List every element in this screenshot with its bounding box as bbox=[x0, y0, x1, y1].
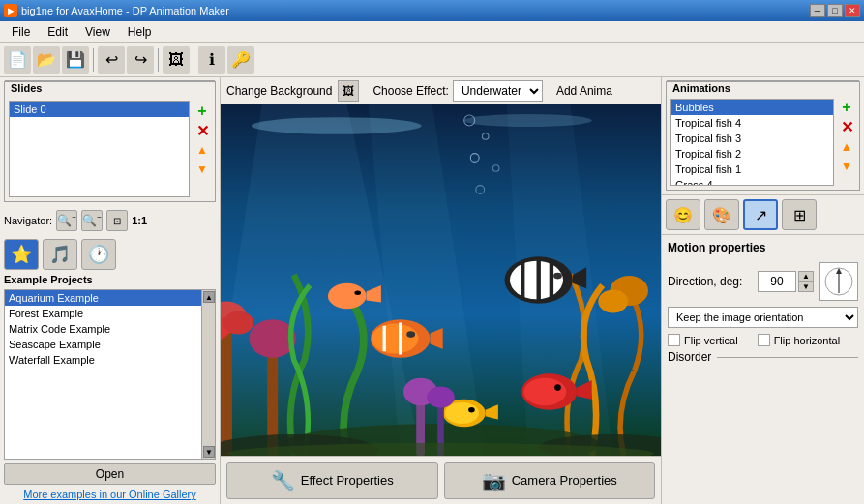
flip-vertical-checkbox[interactable]: Flip vertical bbox=[668, 334, 738, 346]
direction-spinner: ▲ ▼ bbox=[798, 271, 814, 292]
slides-controls: + ✕ ▲ ▼ bbox=[194, 101, 211, 197]
settings-button[interactable]: 🔑 bbox=[227, 46, 254, 74]
flip-vertical-checkbox-box[interactable] bbox=[668, 334, 680, 346]
anim-tab-color[interactable]: 🎨 bbox=[704, 199, 739, 230]
save-button[interactable]: 💾 bbox=[62, 46, 89, 74]
svg-point-36 bbox=[468, 407, 475, 413]
close-button[interactable]: ✕ bbox=[845, 4, 860, 17]
effect-properties-button[interactable]: 🔧 Effect Properties bbox=[226, 462, 438, 499]
motion-section: Motion properties Direction, deg: 90 ▲ ▼ bbox=[662, 235, 864, 504]
anim-item-grass4[interactable]: Grass 4 bbox=[671, 177, 833, 186]
redo-button[interactable]: ↪ bbox=[127, 46, 154, 74]
effect-properties-label: Effect Properties bbox=[301, 473, 394, 488]
examples-list[interactable]: Aquarium Example Forest Example Matrix C… bbox=[5, 290, 201, 459]
flip-horizontal-checkbox[interactable]: Flip horizontal bbox=[758, 334, 840, 346]
examples-section: Example Projects Aquarium Example Forest… bbox=[4, 274, 216, 500]
window-title: big1ne for AvaxHome - DP Animation Maker bbox=[21, 5, 229, 16]
direction-icon bbox=[819, 262, 858, 301]
examples-title: Example Projects bbox=[4, 274, 216, 285]
example-forest[interactable]: Forest Example bbox=[5, 306, 201, 321]
animations-list[interactable]: Bubbles Tropical fish 4 Tropical fish 3 … bbox=[670, 99, 834, 186]
open-button[interactable]: 📂 bbox=[33, 46, 60, 74]
anim-tab-motion[interactable]: ↗ bbox=[743, 199, 778, 230]
info-button[interactable]: ℹ bbox=[198, 46, 225, 74]
undo-button[interactable]: ↩ bbox=[98, 46, 125, 74]
navigator-row: Navigator: 🔍+ 🔍− ⊡ 1:1 bbox=[4, 210, 216, 231]
new-button[interactable]: 📄 bbox=[4, 46, 31, 74]
menu-view[interactable]: View bbox=[77, 23, 118, 41]
spin-down-button[interactable]: ▼ bbox=[798, 282, 814, 292]
slide-item-0[interactable]: Slide 0 bbox=[10, 102, 189, 117]
export-button[interactable]: 🖼 bbox=[163, 46, 190, 74]
add-animation-ctrl-button[interactable]: + bbox=[838, 99, 855, 116]
direction-value[interactable]: 90 bbox=[758, 271, 796, 292]
spin-up-button[interactable]: ▲ bbox=[798, 271, 814, 282]
tab-music[interactable]: 🎵 bbox=[43, 239, 77, 270]
add-animation-button[interactable]: Add Anima bbox=[556, 84, 612, 98]
menu-edit[interactable]: Edit bbox=[40, 23, 75, 41]
camera-icon: 📷 bbox=[482, 469, 506, 492]
camera-properties-button[interactable]: 📷 Camera Properties bbox=[444, 462, 656, 499]
svg-marker-53 bbox=[836, 268, 842, 274]
flip-vertical-label: Flip vertical bbox=[684, 335, 738, 346]
menu-bar: File Edit View Help bbox=[0, 21, 864, 43]
anim-item-fish1[interactable]: Tropical fish 1 bbox=[671, 162, 833, 177]
scroll-down-button[interactable]: ▼ bbox=[203, 446, 215, 458]
gallery-link[interactable]: More examples in our Online Gallery bbox=[4, 489, 216, 500]
disorder-label: Disorder bbox=[668, 350, 711, 364]
change-background-label: Change Background bbox=[226, 84, 332, 98]
examples-list-container: Aquarium Example Forest Example Matrix C… bbox=[4, 289, 216, 460]
motion-title: Motion properties bbox=[668, 241, 858, 254]
maximize-button[interactable]: □ bbox=[827, 4, 843, 17]
remove-animation-button[interactable]: ✕ bbox=[838, 118, 855, 135]
zoom-out-button[interactable]: 🔍− bbox=[81, 210, 103, 231]
scroll-up-button[interactable]: ▲ bbox=[203, 291, 215, 303]
change-background-button[interactable]: 🖼 bbox=[338, 80, 359, 102]
disorder-row: Disorder bbox=[668, 350, 858, 364]
main-content: Slides Slide 0 + ✕ ▲ ▼ Navigator: 🔍+ 🔍− … bbox=[0, 77, 864, 504]
tabs-row: ⭐ 🎵 🕐 bbox=[4, 239, 216, 270]
add-slide-button[interactable]: + bbox=[194, 103, 211, 120]
example-aquarium[interactable]: Aquarium Example bbox=[5, 290, 201, 306]
menu-help[interactable]: Help bbox=[120, 23, 160, 41]
anim-item-fish4[interactable]: Tropical fish 4 bbox=[671, 115, 833, 131]
camera-properties-label: Camera Properties bbox=[512, 473, 617, 488]
main-toolbar: 📄 📂 💾 ↩ ↪ 🖼 ℹ 🔑 bbox=[0, 43, 864, 77]
move-animation-up-button[interactable]: ▲ bbox=[838, 137, 855, 155]
direction-label: Direction, deg: bbox=[668, 275, 752, 288]
animations-section-title: Animations bbox=[672, 82, 730, 94]
slides-section: Slides Slide 0 + ✕ ▲ ▼ bbox=[4, 81, 216, 202]
anim-item-fish3[interactable]: Tropical fish 3 bbox=[671, 131, 833, 146]
anim-tab-emoji[interactable]: 😊 bbox=[666, 199, 700, 230]
tab-star[interactable]: ⭐ bbox=[4, 239, 39, 270]
open-button[interactable]: Open bbox=[4, 463, 216, 485]
choose-effect-label: Choose Effect: bbox=[372, 84, 449, 98]
flip-horizontal-checkbox-box[interactable] bbox=[758, 334, 770, 346]
svg-point-21 bbox=[406, 331, 415, 338]
choose-effect-group: Choose Effect: Underwater Forest Space bbox=[372, 80, 543, 102]
slides-section-title: Slides bbox=[11, 82, 42, 94]
example-seascape[interactable]: Seascape Example bbox=[5, 337, 201, 352]
slides-list[interactable]: Slide 0 bbox=[9, 101, 190, 197]
menu-file[interactable]: File bbox=[4, 23, 38, 41]
anim-item-fish2[interactable]: Tropical fish 2 bbox=[671, 146, 833, 162]
app-icon: ▶ bbox=[4, 4, 17, 17]
center-panel: Change Background 🖼 Choose Effect: Under… bbox=[221, 77, 661, 504]
move-slide-down-button[interactable]: ▼ bbox=[194, 161, 211, 178]
minimize-button[interactable]: ─ bbox=[810, 4, 825, 17]
move-animation-down-button[interactable]: ▼ bbox=[838, 157, 855, 174]
zoom-in-button[interactable]: 🔍+ bbox=[56, 210, 77, 231]
effect-select[interactable]: Underwater Forest Space bbox=[453, 80, 543, 102]
direction-row: Direction, deg: 90 ▲ ▼ bbox=[668, 262, 858, 301]
orientation-select[interactable]: Keep the image orientation bbox=[668, 307, 858, 328]
anim-item-bubbles[interactable]: Bubbles bbox=[671, 100, 833, 115]
canvas-area[interactable] bbox=[221, 104, 661, 456]
move-slide-up-button[interactable]: ▲ bbox=[194, 141, 211, 159]
example-waterfall[interactable]: Waterfall Example bbox=[5, 352, 201, 368]
tab-clock[interactable]: 🕐 bbox=[81, 239, 116, 270]
anim-tab-transform[interactable]: ⊞ bbox=[782, 199, 817, 230]
toolbar-separator-3 bbox=[194, 48, 194, 72]
remove-slide-button[interactable]: ✕ bbox=[194, 122, 211, 139]
fit-button[interactable]: ⊡ bbox=[106, 210, 128, 231]
example-matrix[interactable]: Matrix Code Example bbox=[5, 321, 201, 337]
